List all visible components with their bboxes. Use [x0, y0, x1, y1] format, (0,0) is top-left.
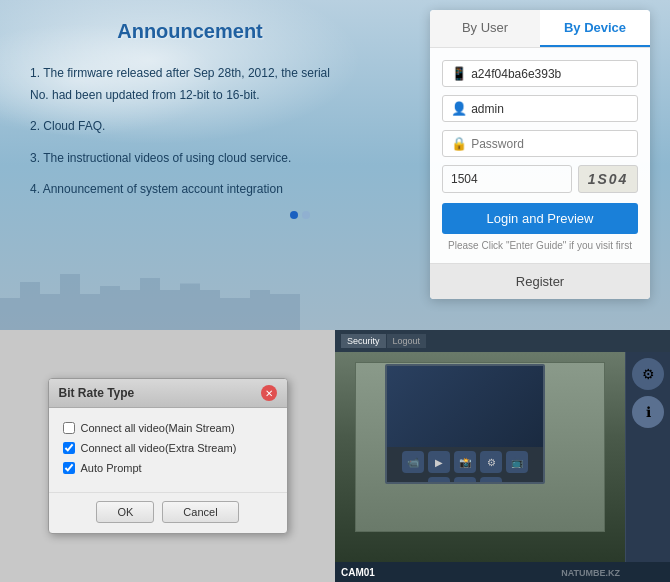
- cancel-button[interactable]: Cancel: [162, 501, 238, 523]
- captcha-row: 1S04: [442, 165, 638, 193]
- password-field: 🔒: [442, 130, 638, 157]
- dvr-icon-alarm[interactable]: 🔔: [454, 477, 476, 484]
- bottom-section: Bit Rate Type ✕ Connect all video(Main S…: [0, 330, 670, 582]
- checkbox-main-stream[interactable]: Connect all video(Main Stream): [63, 422, 273, 434]
- login-panel: By User By Device 📱 👤 🔒: [430, 10, 650, 299]
- dot-inactive[interactable]: [302, 211, 310, 219]
- device-id-field: 📱: [442, 60, 638, 87]
- captcha-image[interactable]: 1S04: [578, 165, 638, 193]
- device-id-input[interactable]: [471, 67, 629, 81]
- dialog-title-bar: Bit Rate Type ✕: [49, 379, 287, 408]
- dialog-body: Connect all video(Main Stream) Connect a…: [49, 408, 287, 492]
- camera-sidebar: ⚙ ℹ: [625, 352, 670, 562]
- dialog-title: Bit Rate Type: [59, 386, 135, 400]
- top-section: Announcement 1. The firmware released af…: [0, 0, 670, 330]
- announcement-item-1: 1. The firmware released after Sep 28th,…: [30, 63, 350, 106]
- announcement-item-2: 2. Cloud FAQ.: [30, 116, 350, 138]
- ok-button[interactable]: OK: [96, 501, 154, 523]
- dvr-icons-row: 📹 ▶ 📸 ⚙ 📺 💼 🔔 📡: [387, 447, 543, 484]
- checkbox-auto-prompt[interactable]: Auto Prompt: [63, 462, 273, 474]
- watermark: NATUMBE.KZ: [561, 568, 620, 578]
- user-icon: 👤: [451, 101, 465, 116]
- dvr-icon-pos[interactable]: 💼: [428, 477, 450, 484]
- dialog-buttons: OK Cancel: [49, 492, 287, 533]
- announcement-title: Announcement: [30, 20, 350, 43]
- login-preview-button[interactable]: Login and Preview: [442, 203, 638, 234]
- captcha-input-wrap: [442, 165, 572, 193]
- dvr-icon-cam[interactable]: 📡: [480, 477, 502, 484]
- login-body: 📱 👤 🔒 1S04 Login and Preview: [430, 48, 650, 263]
- checkbox-extra-stream-input[interactable]: [63, 442, 75, 454]
- checkbox-main-stream-label: Connect all video(Main Stream): [81, 422, 235, 434]
- camera-view: 📹 ▶ 📸 ⚙ 📺 💼 🔔 📡: [335, 352, 625, 562]
- dvr-icon-snapshot[interactable]: 📸: [454, 451, 476, 473]
- checkbox-main-stream-input[interactable]: [63, 422, 75, 434]
- captcha-input[interactable]: [451, 172, 563, 186]
- sidebar-icon-info[interactable]: ℹ: [632, 396, 664, 428]
- checkbox-auto-prompt-input[interactable]: [63, 462, 75, 474]
- sidebar-icon-settings[interactable]: ⚙: [632, 358, 664, 390]
- bitrate-dialog: Bit Rate Type ✕ Connect all video(Main S…: [48, 378, 288, 534]
- camera-label: CAM01: [341, 567, 375, 578]
- announcement-items: 1. The firmware released after Sep 28th,…: [30, 63, 350, 201]
- announcement-item-4: 4. Announcement of system account integr…: [30, 179, 350, 201]
- bottom-right-panel: Security Logout 2016-11-02 21:15:19 📹 ▶ …: [335, 330, 670, 582]
- camera-header-tabs: Security Logout: [341, 334, 426, 348]
- announcement-dots: [30, 211, 350, 219]
- checkbox-extra-stream-label: Connect all video(Extra Stream): [81, 442, 237, 454]
- dvr-icon-dvr[interactable]: 📺: [506, 451, 528, 473]
- login-tabs: By User By Device: [430, 10, 650, 48]
- password-input[interactable]: [471, 137, 629, 151]
- tab-security[interactable]: Security: [341, 334, 386, 348]
- bottom-left-panel: Bit Rate Type ✕ Connect all video(Main S…: [0, 330, 335, 582]
- camera-header: Security Logout: [335, 330, 670, 352]
- checkbox-auto-prompt-label: Auto Prompt: [81, 462, 142, 474]
- announcement-panel: Announcement 1. The firmware released af…: [30, 20, 350, 219]
- login-hint: Please Click "Enter Guide" if you visit …: [442, 240, 638, 251]
- dialog-close-button[interactable]: ✕: [261, 385, 277, 401]
- tab-logout[interactable]: Logout: [387, 334, 427, 348]
- checkbox-extra-stream[interactable]: Connect all video(Extra Stream): [63, 442, 273, 454]
- announcement-item-3: 3. The instructional videos of using clo…: [30, 148, 350, 170]
- tab-by-user[interactable]: By User: [430, 10, 540, 47]
- dvr-screen: 📹 ▶ 📸 ⚙ 📺 💼 🔔 📡: [385, 364, 545, 484]
- dvr-screen-inner: [387, 366, 543, 447]
- username-field: 👤: [442, 95, 638, 122]
- tab-by-device[interactable]: By Device: [540, 10, 650, 47]
- dvr-icon-playback[interactable]: ▶: [428, 451, 450, 473]
- register-button[interactable]: Register: [430, 263, 650, 299]
- lock-icon: 🔒: [451, 136, 465, 151]
- username-input[interactable]: [471, 102, 629, 116]
- dot-active[interactable]: [290, 211, 298, 219]
- dvr-icon-preview[interactable]: 📹: [402, 451, 424, 473]
- device-icon: 📱: [451, 66, 465, 81]
- dvr-icon-config[interactable]: ⚙: [480, 451, 502, 473]
